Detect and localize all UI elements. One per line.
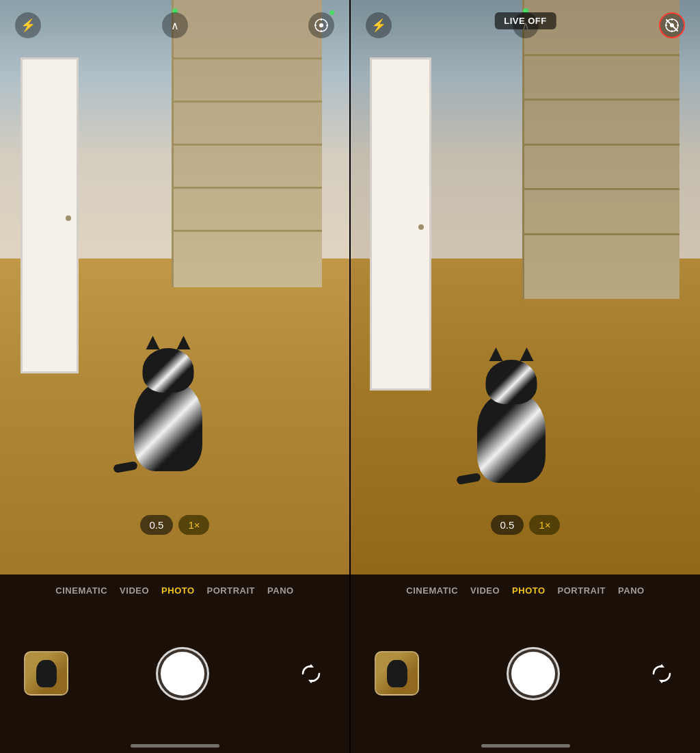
live-photo-icon [314, 18, 329, 33]
left-phone-panel: ⚡ ∧ 0.5 1× [0, 0, 349, 753]
left-mode-selector: CINEMATIC VIDEO PHOTO PORTRAIT PANO [0, 574, 349, 603]
cat-ear-right [176, 336, 190, 349]
right-mode-selector: CINEMATIC VIDEO PHOTO PORTRAIT PANO [351, 574, 700, 603]
right-shutter-inner [511, 652, 555, 696]
cat [134, 382, 202, 471]
left-home-indicator [131, 744, 219, 748]
left-shutter-row [0, 603, 349, 744]
door [21, 57, 79, 373]
right-mode-video[interactable]: VIDEO [470, 585, 500, 596]
left-thumbnail-inner [25, 652, 67, 694]
left-camera-controls: ⚡ ∧ [0, 0, 349, 51]
right-door [370, 57, 431, 391]
right-phone-panel: LIVE OFF ⚡ ∧ [351, 0, 700, 753]
left-chevron-button[interactable]: ∧ [162, 12, 188, 38]
flash-icon: ⚡ [21, 18, 36, 33]
right-shutter-button[interactable] [507, 647, 560, 700]
left-shutter-inner [161, 652, 204, 696]
right-shutter-row [351, 603, 700, 744]
cat-ear-left [146, 336, 159, 349]
right-cat-ear-left [489, 347, 503, 361]
left-mode-portrait[interactable]: PORTRAIT [207, 585, 255, 596]
left-shutter-button[interactable] [156, 647, 209, 700]
right-cat [477, 394, 546, 483]
left-zoom-05[interactable]: 0.5 [140, 515, 174, 535]
right-mode-photo[interactable]: PHOTO [512, 585, 546, 596]
right-thumbnail[interactable] [375, 651, 419, 696]
cat-body [134, 382, 202, 471]
right-door-knob [418, 224, 424, 230]
left-flip-camera-button[interactable] [297, 659, 325, 688]
left-thumb-cat [36, 660, 57, 687]
live-off-badge: LIVE OFF [494, 12, 556, 29]
right-mode-cinematic[interactable]: CINEMATIC [406, 585, 458, 596]
live-indicator-dot [329, 10, 334, 15]
left-flash-button[interactable]: ⚡ [15, 12, 41, 38]
right-flip-camera-button[interactable] [647, 659, 676, 688]
right-live-photo-button[interactable] [659, 12, 685, 38]
svg-line-14 [667, 20, 677, 31]
right-zoom-05[interactable]: 0.5 [491, 515, 524, 535]
svg-point-1 [319, 23, 323, 27]
right-cat-ear-right [520, 347, 534, 361]
right-flash-button[interactable]: ⚡ [366, 12, 392, 38]
right-thumbnail-inner [376, 652, 418, 694]
left-zoom-1x[interactable]: 1× [178, 515, 209, 535]
left-viewfinder: ⚡ ∧ 0.5 1× [0, 0, 349, 574]
left-scene-bg [0, 0, 349, 574]
chevron-up-icon: ∧ [171, 19, 179, 32]
right-viewfinder: LIVE OFF ⚡ ∧ [351, 0, 700, 574]
left-thumbnail[interactable] [24, 651, 68, 696]
right-cat-body [477, 394, 546, 483]
right-mode-portrait[interactable]: PORTRAIT [558, 585, 606, 596]
left-mode-photo[interactable]: PHOTO [161, 585, 195, 596]
cat-head [142, 348, 193, 393]
right-zoom-1x[interactable]: 1× [529, 515, 560, 535]
left-live-photo-button[interactable] [308, 12, 334, 38]
right-camera-bottom: CINEMATIC VIDEO PHOTO PORTRAIT PANO [351, 574, 700, 753]
right-scene-bg [351, 0, 700, 574]
live-photo-off-icon [664, 18, 679, 33]
right-zoom-controls: 0.5 1× [491, 515, 561, 535]
left-mode-pano[interactable]: PANO [267, 585, 294, 596]
left-mode-video[interactable]: VIDEO [120, 585, 149, 596]
left-camera-bottom: CINEMATIC VIDEO PHOTO PORTRAIT PANO [0, 574, 349, 753]
right-flash-icon: ⚡ [371, 18, 386, 33]
right-cat-head [486, 360, 537, 404]
right-thumb-cat [387, 660, 407, 687]
right-mode-pano[interactable]: PANO [618, 585, 645, 596]
door-knob [66, 215, 71, 221]
right-flip-camera-icon [649, 661, 675, 687]
left-zoom-controls: 0.5 1× [140, 515, 210, 535]
left-mode-cinematic[interactable]: CINEMATIC [55, 585, 107, 596]
right-home-indicator [481, 744, 570, 748]
flip-camera-icon [298, 661, 324, 687]
